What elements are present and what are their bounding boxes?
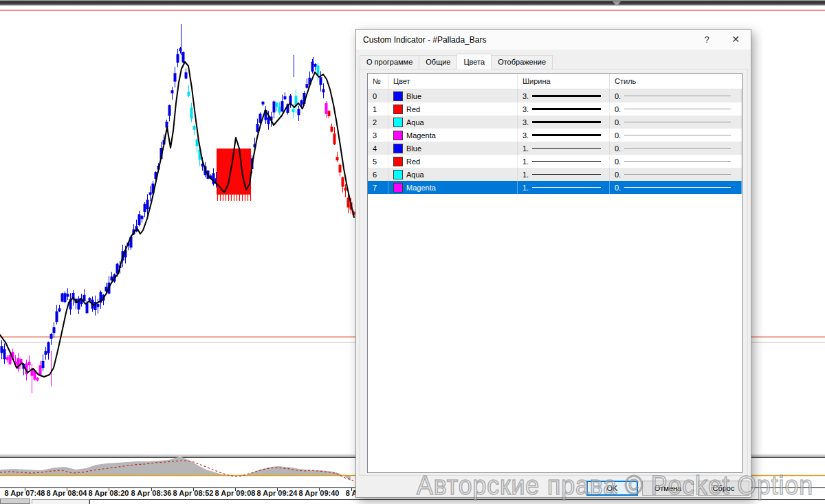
price-bar-body	[328, 111, 331, 116]
row-number-cell: 0	[368, 89, 388, 102]
color-swatch	[393, 170, 403, 179]
color-name: Aqua	[406, 118, 424, 127]
table-row[interactable]: 4Blue1.0.	[368, 142, 742, 155]
time-label: 8 Apr 09:08	[215, 489, 256, 497]
style-value: 0.	[615, 131, 621, 140]
color-swatch	[393, 131, 403, 140]
close-icon[interactable]: ✕	[723, 30, 748, 50]
table-row[interactable]: 2Aqua3.0.	[368, 116, 742, 129]
time-label: 8 Apr 08:52	[173, 489, 214, 497]
trading-app-screen: 8 Apr 07:488 Apr 08:048 Apr 08:208 Apr 0…	[0, 0, 825, 504]
width-value: 1.	[522, 157, 529, 166]
price-bar-body	[273, 102, 276, 113]
color-name: Blue	[406, 92, 421, 100]
color-cell: Magenta	[388, 181, 518, 194]
width-line-sample	[532, 174, 601, 175]
width-cell: 1.	[518, 168, 610, 181]
table-row[interactable]: 1Red3.0.	[368, 102, 742, 116]
width-value: 3.	[522, 92, 529, 100]
style-line-sample	[624, 148, 731, 149]
cancel-button[interactable]: Отмена	[642, 481, 694, 496]
width-cell: 3.	[518, 102, 610, 116]
style-cell: 0.	[610, 168, 742, 181]
scroll-position-marker-icon	[613, 1, 621, 6]
custom-indicator-dialog: Custom Indicator - #Pallada_Bars ? ✕ О п…	[355, 29, 751, 498]
width-cell: 1.	[518, 181, 610, 194]
tab-о-программе[interactable]: О программе	[360, 55, 419, 69]
help-icon[interactable]: ?	[694, 30, 719, 50]
price-bar-body	[339, 165, 342, 173]
price-bar-body	[306, 84, 309, 88]
width-cell: 1.	[518, 142, 610, 155]
price-bar-body	[281, 101, 284, 111]
color-swatch	[393, 91, 403, 101]
color-cell: Aqua	[388, 168, 518, 181]
tab-отображение[interactable]: Отображение	[491, 55, 553, 69]
bottom-left-tab-stub[interactable]	[0, 498, 30, 504]
price-bar-body	[86, 303, 89, 313]
time-label: 8 Apr 08:04	[47, 489, 88, 497]
color-cell: Blue	[388, 142, 518, 155]
price-bar-body	[190, 108, 193, 119]
dialog-title-bar[interactable]: Custom Indicator - #Pallada_Bars ? ✕	[356, 30, 751, 50]
time-axis: 8 Apr 07:488 Apr 08:048 Apr 08:208 Apr 0…	[5, 488, 358, 497]
color-name: Aqua	[406, 171, 424, 179]
chart-tabs-strip[interactable]	[89, 499, 825, 504]
column-header: Ширина	[518, 74, 610, 89]
color-name: Magenta	[406, 131, 436, 140]
width-value: 1.	[522, 184, 529, 192]
table-row[interactable]: 3Magenta3.0.	[368, 129, 742, 142]
price-bar-body	[6, 357, 9, 360]
width-line-sample	[532, 95, 601, 97]
reset-button[interactable]: Сброс	[698, 481, 749, 496]
style-cell: 0.	[610, 116, 742, 129]
price-bar-body	[314, 64, 317, 67]
width-value: 3.	[522, 118, 529, 127]
style-value: 0.	[615, 144, 621, 153]
price-bar-body	[138, 215, 141, 226]
style-line-sample	[624, 109, 731, 109]
price-bar-body	[64, 293, 67, 302]
chart-top-scrollbar[interactable]	[0, 0, 825, 6]
time-label: 8 Apr 07:48	[5, 489, 45, 497]
price-bar-body	[284, 96, 287, 99]
column-header: Стиль	[610, 74, 742, 89]
width-line-sample	[532, 134, 601, 136]
table-row[interactable]: 7Magenta1.0.	[368, 181, 742, 194]
price-bar-body	[320, 77, 322, 85]
color-cell: Magenta	[388, 129, 518, 142]
price-bar-body	[342, 177, 344, 187]
width-line-sample	[532, 148, 601, 149]
style-line-sample	[624, 96, 731, 96]
price-bar-body	[185, 72, 188, 78]
chart-tab-stub[interactable]	[32, 499, 89, 504]
width-cell: 3.	[518, 89, 610, 102]
dialog-title: Custom Indicator - #Pallada_Bars	[363, 35, 486, 45]
style-value: 0.	[615, 157, 621, 166]
style-value: 0.	[615, 118, 621, 127]
table-row[interactable]: 5Red1.0.	[368, 155, 742, 168]
price-bar-body	[97, 304, 100, 307]
ok-button[interactable]: OK	[586, 481, 638, 496]
price-bar-body	[89, 298, 91, 300]
price-bar-body	[67, 294, 69, 296]
price-bars	[1, 24, 355, 393]
style-line-sample	[624, 122, 731, 122]
style-cell: 0.	[610, 102, 742, 116]
price-bar-body	[298, 109, 300, 116]
width-line-sample	[532, 161, 601, 162]
table-header-row: №ЦветШиринаСтиль	[368, 74, 742, 89]
price-bar-body	[9, 355, 12, 364]
price-bar-body	[61, 294, 64, 302]
row-number-cell: 1	[368, 102, 388, 116]
tab-цвета[interactable]: Цвета	[456, 54, 492, 69]
price-bar-body	[325, 103, 328, 114]
table-row[interactable]: 6Aqua1.0.	[368, 168, 742, 181]
row-number-cell: 3	[368, 129, 388, 142]
tab-общие[interactable]: Общие	[419, 55, 457, 69]
price-bar-body	[333, 133, 336, 144]
style-value: 0.	[615, 92, 621, 100]
style-cell: 0.	[610, 155, 742, 168]
price-bar-body	[47, 342, 50, 353]
table-row[interactable]: 0Blue3.0.	[368, 89, 742, 102]
